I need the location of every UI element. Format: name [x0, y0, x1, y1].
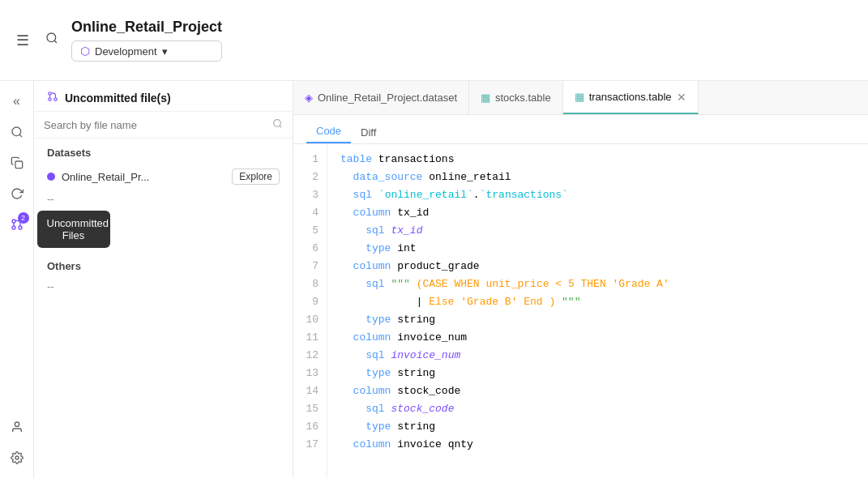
git-sidebar-wrapper: 2 Uncommitted Files	[3, 211, 31, 238]
code-line-15: sql stock_code	[340, 400, 855, 418]
svg-rect-4	[15, 161, 23, 169]
header-search-button[interactable]	[42, 28, 62, 52]
code-line-14: column stock_code	[340, 382, 855, 400]
others-section-label: Others	[34, 252, 293, 277]
branch-icon: ⬡	[80, 45, 90, 58]
branch-selector[interactable]: ⬡ Development ▾	[71, 41, 222, 62]
branch-name: Development	[95, 45, 157, 58]
tab-transactions-label: transactions.table	[589, 91, 672, 103]
code-line-9: | Else 'Grade B' End ) """	[340, 293, 855, 311]
code-line-6: type int	[340, 240, 855, 258]
others-dash: --	[34, 277, 293, 296]
file-item-online-retail[interactable]: Online_Retail_Pr... Explore	[34, 164, 293, 190]
git-button[interactable]: 2	[3, 211, 31, 238]
refresh-sidebar-button[interactable]	[3, 180, 31, 207]
code-line-4: column tx_id	[340, 204, 855, 222]
search-sidebar-button[interactable]	[3, 118, 31, 146]
code-line-17: column invoice qnty	[340, 436, 855, 454]
sidebar-bottom	[3, 413, 31, 478]
sub-tab-diff[interactable]: Diff	[351, 122, 386, 143]
file-search-input[interactable]	[44, 119, 272, 131]
code-line-8: sql """ (CASE WHEN unit_price < 5 THEN '…	[340, 275, 855, 293]
file-search-icon	[272, 118, 283, 131]
file-panel-header: Uncommitted file(s)	[34, 81, 293, 112]
svg-point-15	[274, 120, 281, 127]
code-line-12: sql invoice_num	[340, 347, 855, 365]
code-line-3: sql `online_retail`.`transactions`	[340, 186, 855, 204]
branch-arrow-icon: ▾	[162, 45, 168, 58]
code-line-2: data_source online_retail	[340, 169, 855, 186]
copy-icon	[11, 156, 24, 169]
user-button[interactable]	[3, 413, 31, 441]
datasets-dash: --	[34, 190, 293, 208]
project-title: Online_Retail_Project	[71, 19, 222, 36]
code-sub-tabs: Code Diff	[293, 115, 868, 144]
line-numbers: 12345 678910 1112131415 1617	[293, 144, 327, 478]
svg-point-11	[54, 98, 58, 101]
svg-point-2	[12, 127, 21, 136]
refresh-icon	[11, 187, 24, 200]
tabs-bar: ◈ Online_Retail_Project.dataset ▦ stocks…	[293, 81, 868, 115]
code-content: table transactions data_source online_re…	[327, 144, 868, 478]
svg-point-6	[12, 220, 15, 223]
svg-point-12	[49, 92, 52, 96]
git-panel-icon	[47, 91, 58, 105]
svg-point-9	[15, 422, 19, 426]
svg-point-13	[49, 98, 52, 101]
file-panel-title: Uncommitted file(s)	[65, 92, 171, 105]
file-dot-icon	[47, 173, 55, 181]
user-icon	[11, 420, 24, 433]
file-search-box	[34, 112, 293, 139]
copy-sidebar-button[interactable]	[3, 149, 31, 177]
settings-button[interactable]	[3, 444, 31, 472]
tab-close-icon[interactable]: ✕	[677, 91, 686, 104]
sub-tab-code[interactable]: Code	[306, 120, 351, 143]
code-line-1: table transactions	[340, 151, 855, 169]
tab-stocks-label: stocks.table	[495, 92, 551, 104]
icon-sidebar: « 2 Unco	[0, 81, 34, 478]
code-panel: ◈ Online_Retail_Project.dataset ▦ stocks…	[293, 81, 868, 478]
header-content: Online_Retail_Project ⬡ Development ▾	[71, 19, 222, 62]
stocks-tab-icon: ▦	[481, 92, 490, 104]
tab-stocks[interactable]: ▦ stocks.table	[469, 81, 563, 114]
svg-point-7	[12, 226, 15, 229]
settings-icon	[11, 451, 24, 464]
dataset-tab-icon: ◈	[305, 92, 313, 104]
hamburger-button[interactable]: ☰	[13, 28, 32, 53]
file-item-name: Online_Retail_Pr...	[62, 171, 149, 183]
code-line-11: column invoice_num	[340, 329, 855, 347]
collapse-icon: «	[13, 94, 20, 109]
sql-queries-dash: --	[34, 233, 293, 252]
code-line-13: type string	[340, 365, 855, 382]
main-layout: « 2 Unco	[0, 81, 868, 478]
svg-point-0	[47, 33, 56, 42]
top-header: ☰ Online_Retail_Project ⬡ Development ▾	[0, 0, 868, 81]
git-badge: 2	[18, 212, 29, 224]
svg-point-10	[15, 456, 19, 459]
collapse-button[interactable]: «	[3, 87, 31, 115]
file-panel: Uncommitted file(s) Datasets Online_Reta…	[34, 81, 293, 478]
code-area: 12345 678910 1112131415 1617 table trans…	[293, 144, 868, 478]
search-sidebar-icon	[11, 126, 24, 139]
sql-queries-section-label: SQL Queries	[34, 208, 293, 233]
code-line-5: sql tx_id	[340, 222, 855, 240]
svg-line-1	[54, 41, 57, 43]
code-line-7: column product_grade	[340, 258, 855, 275]
svg-line-3	[19, 134, 22, 137]
tab-dataset[interactable]: ◈ Online_Retail_Project.dataset	[293, 81, 469, 114]
tab-dataset-label: Online_Retail_Project.dataset	[318, 92, 457, 104]
code-line-10: type string	[340, 311, 855, 329]
tab-transactions[interactable]: ▦ transactions.table ✕	[563, 81, 699, 114]
file-item-left: Online_Retail_Pr...	[47, 171, 149, 183]
explore-button[interactable]: Explore	[232, 169, 280, 185]
svg-point-5	[19, 226, 22, 229]
transactions-tab-icon: ▦	[575, 91, 584, 103]
svg-line-16	[280, 126, 281, 127]
datasets-section-label: Datasets	[34, 139, 293, 164]
code-line-16: type string	[340, 418, 855, 436]
